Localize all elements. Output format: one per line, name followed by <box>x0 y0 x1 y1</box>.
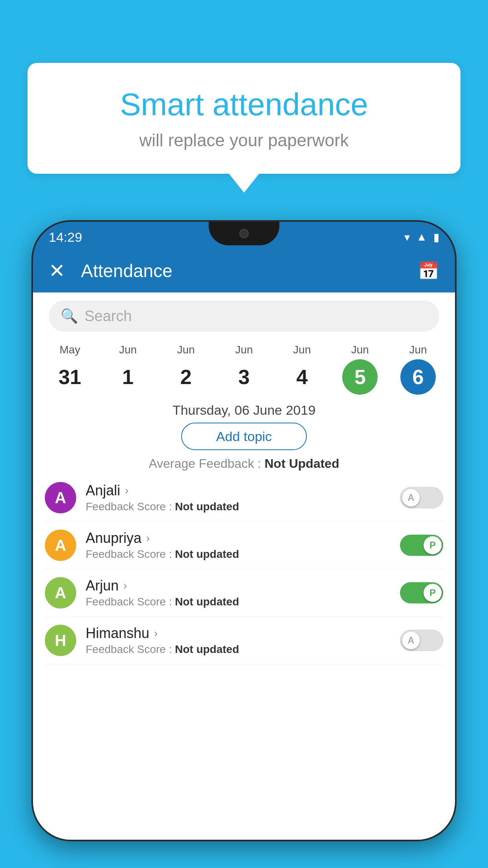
wifi-icon: ▾ <box>404 231 410 244</box>
student-item[interactable]: HHimanshu ›Feedback Score : Not updatedA <box>45 617 443 664</box>
toggle-knob: A <box>402 631 420 649</box>
battery-icon: ▮ <box>433 231 439 244</box>
student-info: Himanshu ›Feedback Score : Not updated <box>86 625 400 656</box>
student-item[interactable]: AArjun ›Feedback Score : Not updatedP <box>45 569 443 617</box>
avg-feedback-label: Average Feedback : <box>149 456 265 471</box>
student-name[interactable]: Arjun › <box>86 577 400 594</box>
student-info: Arjun ›Feedback Score : Not updated <box>86 577 400 608</box>
phone-notch <box>209 222 279 245</box>
average-feedback: Average Feedback : Not Updated <box>33 456 455 471</box>
speech-bubble: Smart attendance will replace your paper… <box>28 63 460 174</box>
phone-wrapper: 14:29 ▾ ▲ ▮ ✕ Attendance 📅 🔍 Search May3… <box>31 220 457 868</box>
student-feedback: Feedback Score : Not updated <box>86 548 400 561</box>
student-list: AAnjali ›Feedback Score : Not updatedAAA… <box>33 474 455 664</box>
student-info: Anjali ›Feedback Score : Not updated <box>86 482 400 513</box>
calendar-day[interactable]: Jun5 <box>342 344 378 395</box>
add-topic-button[interactable]: Add topic <box>181 423 307 450</box>
toggle-knob: P <box>424 536 442 554</box>
status-icons: ▾ ▲ ▮ <box>404 228 439 244</box>
calendar-day[interactable]: Jun6 <box>400 344 436 395</box>
cal-date-number[interactable]: 31 <box>52 359 88 395</box>
search-bar[interactable]: 🔍 Search <box>49 300 439 332</box>
calendar-icon[interactable]: 📅 <box>418 261 439 281</box>
avg-feedback-value: Not Updated <box>264 456 339 471</box>
student-feedback: Feedback Score : Not updated <box>86 643 400 656</box>
cal-date-number[interactable]: 5 <box>342 359 378 395</box>
student-feedback: Feedback Score : Not updated <box>86 500 400 513</box>
student-avatar: A <box>45 530 76 561</box>
calendar-strip: May31Jun1Jun2Jun3Jun4Jun5Jun6 <box>33 340 455 395</box>
attendance-toggle[interactable]: P <box>400 535 443 556</box>
attendance-toggle[interactable]: A <box>400 487 443 508</box>
student-name[interactable]: Anupriya › <box>86 530 400 546</box>
search-icon: 🔍 <box>61 308 78 324</box>
attendance-toggle[interactable]: P <box>400 582 443 603</box>
bubble-title: Smart attendance <box>59 86 429 123</box>
speech-bubble-container: Smart attendance will replace your paper… <box>28 63 460 174</box>
cal-date-number[interactable]: 3 <box>226 359 262 395</box>
front-camera <box>239 229 249 238</box>
calendar-day[interactable]: Jun4 <box>284 344 320 395</box>
calendar-day[interactable]: May31 <box>52 344 88 395</box>
app-title: Attendance <box>81 260 418 281</box>
toggle-knob: P <box>424 584 442 602</box>
student-item[interactable]: AAnupriya ›Feedback Score : Not updatedP <box>45 522 443 569</box>
bubble-subtitle: will replace your paperwork <box>59 131 429 150</box>
attendance-toggle[interactable]: A <box>400 630 443 651</box>
student-info: Anupriya ›Feedback Score : Not updated <box>86 530 400 561</box>
cal-month-label: Jun <box>119 344 137 356</box>
cal-date-number[interactable]: 2 <box>168 359 204 395</box>
cal-date-number[interactable]: 4 <box>284 359 320 395</box>
signal-icon: ▲ <box>416 231 427 243</box>
student-name[interactable]: Himanshu › <box>86 625 400 642</box>
calendar-day[interactable]: Jun3 <box>226 344 262 395</box>
selected-date: Thursday, 06 June 2019 <box>33 403 455 418</box>
cal-month-label: Jun <box>235 344 253 356</box>
chevron-right-icon: › <box>125 484 128 497</box>
search-input[interactable]: Search <box>84 308 132 325</box>
cal-date-number[interactable]: 1 <box>110 359 146 395</box>
student-item[interactable]: AAnjali ›Feedback Score : Not updatedA <box>45 474 443 522</box>
cal-month-label: Jun <box>409 344 427 356</box>
cal-date-number[interactable]: 6 <box>400 359 436 395</box>
chevron-right-icon: › <box>154 627 158 640</box>
student-avatar: H <box>45 625 76 656</box>
cal-month-label: Jun <box>293 344 311 356</box>
phone-frame: 14:29 ▾ ▲ ▮ ✕ Attendance 📅 🔍 Search May3… <box>31 220 457 841</box>
calendar-day[interactable]: Jun1 <box>110 344 146 395</box>
status-time: 14:29 <box>49 226 82 245</box>
phone-screen: 🔍 Search May31Jun1Jun2Jun3Jun4Jun5Jun6 T… <box>33 292 455 840</box>
cal-month-label: Jun <box>351 344 369 356</box>
student-feedback: Feedback Score : Not updated <box>86 596 400 608</box>
close-button[interactable]: ✕ <box>49 259 65 282</box>
chevron-right-icon: › <box>146 532 150 544</box>
chevron-right-icon: › <box>123 579 127 592</box>
cal-month-label: Jun <box>177 344 195 356</box>
app-bar: ✕ Attendance 📅 <box>33 249 455 292</box>
calendar-day[interactable]: Jun2 <box>168 344 204 395</box>
student-avatar: A <box>45 577 76 609</box>
student-name[interactable]: Anjali › <box>86 482 400 499</box>
student-avatar: A <box>45 482 76 513</box>
cal-month-label: May <box>59 344 80 356</box>
toggle-knob: A <box>402 489 420 507</box>
